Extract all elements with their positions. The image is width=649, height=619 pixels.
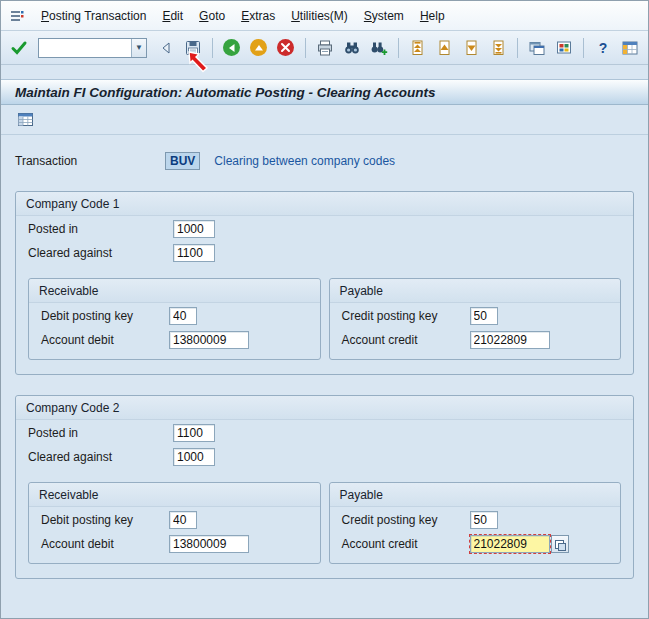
cleared-against-label: Cleared against: [28, 450, 173, 464]
posted-in-label: Posted in: [28, 426, 173, 440]
back-arrow-icon: [223, 39, 240, 56]
menu-goto[interactable]: Goto: [191, 6, 233, 26]
exit-button[interactable]: [247, 36, 271, 60]
value-help-icon: [555, 540, 564, 549]
transaction-code-field[interactable]: BUV: [165, 152, 200, 170]
previous-page-button[interactable]: [432, 36, 456, 60]
enter-button[interactable]: [7, 36, 31, 60]
cc1-posted-in-field[interactable]: [173, 220, 215, 238]
back-button[interactable]: [220, 36, 244, 60]
save-button[interactable]: [181, 36, 205, 60]
cc1-debit-posting-key-field[interactable]: [169, 307, 197, 325]
cc2-credit-posting-key-field[interactable]: [470, 511, 498, 529]
cc2-subboxes: Receivable Debit posting key Account deb…: [16, 482, 633, 564]
next-page-button[interactable]: [459, 36, 483, 60]
menu-edit[interactable]: Edit: [154, 6, 191, 26]
toolbar-separator: [305, 38, 306, 58]
menu-posting-transaction[interactable]: Posting Transaction: [33, 6, 154, 26]
cc1-credit-posting-key-field[interactable]: [470, 307, 498, 325]
transaction-description: Clearing between company codes: [214, 154, 395, 168]
application-toolbar: [1, 105, 648, 135]
create-shortcut-icon: [555, 39, 573, 57]
transaction-label: Transaction: [15, 154, 165, 168]
credit-posting-key-row: Credit posting key: [330, 509, 621, 531]
session-menu-icon[interactable]: [7, 7, 27, 25]
credit-posting-key-row: Credit posting key: [330, 305, 621, 327]
cc2-account-debit-field[interactable]: [169, 535, 249, 553]
account-debit-label: Account debit: [41, 333, 169, 347]
account-credit-label: Account credit: [342, 537, 470, 551]
save-wrap: [181, 36, 205, 60]
account-credit-row: Account credit: [330, 329, 621, 351]
cc2-posted-in-field[interactable]: [173, 424, 215, 442]
cc1-payable-title: Payable: [330, 279, 621, 303]
transaction-row: Transaction BUV Clearing between company…: [15, 151, 634, 171]
collapse-command-field-button[interactable]: [154, 36, 178, 60]
debit-posting-key-label: Debit posting key: [41, 513, 169, 527]
previous-page-icon: [435, 39, 453, 57]
last-page-button[interactable]: [486, 36, 510, 60]
cc2-account-credit-field[interactable]: [470, 535, 550, 553]
command-dropdown-button[interactable]: ▼: [131, 39, 146, 57]
command-input[interactable]: [39, 39, 131, 57]
cc1-subboxes: Receivable Debit posting key Account deb…: [16, 278, 633, 360]
find-button[interactable]: [340, 36, 364, 60]
company-code-2-groupbox: Company Code 2 Posted in Cleared against…: [15, 395, 634, 579]
posted-in-label: Posted in: [28, 222, 173, 236]
cc1-receivable-title: Receivable: [29, 279, 320, 303]
next-page-icon: [462, 39, 480, 57]
debit-posting-key-label: Debit posting key: [41, 309, 169, 323]
account-debit-row: Account debit: [29, 329, 320, 351]
debit-posting-key-row: Debit posting key: [29, 305, 320, 327]
standard-toolbar: ▼: [1, 31, 648, 65]
command-field: ▼: [38, 38, 147, 58]
cc1-payable-groupbox: Payable Credit posting key Account credi…: [329, 278, 622, 360]
collapse-triangle-icon: [160, 42, 172, 54]
company-code-1-groupbox: Company Code 1 Posted in Cleared against…: [15, 191, 634, 375]
toolbar-separator: [583, 38, 584, 58]
menu-utilities[interactable]: Utilities(M): [283, 6, 356, 26]
account-credit-field-group: [470, 535, 569, 553]
cleared-against-label: Cleared against: [28, 246, 173, 260]
posted-in-row: Posted in: [16, 218, 633, 240]
create-shortcut-button[interactable]: [552, 36, 576, 60]
cc1-receivable-groupbox: Receivable Debit posting key Account deb…: [28, 278, 321, 360]
table-view-button[interactable]: [13, 108, 37, 132]
cc2-receivable-groupbox: Receivable Debit posting key Account deb…: [28, 482, 321, 564]
binoculars-icon: [343, 39, 361, 57]
menu-system[interactable]: System: [356, 6, 412, 26]
find-next-button[interactable]: [367, 36, 391, 60]
credit-posting-key-label: Credit posting key: [342, 309, 470, 323]
binoculars-plus-icon: [370, 39, 388, 57]
account-debit-row: Account debit: [29, 533, 320, 555]
company-code-1-title: Company Code 1: [16, 192, 633, 216]
print-button[interactable]: [313, 36, 337, 60]
debit-posting-key-row: Debit posting key: [29, 509, 320, 531]
cc1-account-debit-field[interactable]: [169, 331, 249, 349]
screen-content: Transaction BUV Clearing between company…: [1, 135, 648, 579]
new-session-button[interactable]: [525, 36, 549, 60]
enter-check-icon: [10, 39, 28, 57]
cc1-cleared-against-field[interactable]: [173, 244, 215, 262]
customize-layout-button[interactable]: [618, 36, 642, 60]
new-session-icon: [528, 39, 546, 57]
screen-title: Maintain FI Configuration: Automatic Pos…: [15, 85, 436, 100]
help-question-icon: ?: [599, 40, 608, 56]
table-grid-icon: [17, 111, 34, 128]
posted-in-row: Posted in: [16, 422, 633, 444]
help-button[interactable]: ?: [591, 36, 615, 60]
value-help-button[interactable]: [551, 535, 569, 553]
cc2-cleared-against-field[interactable]: [173, 448, 215, 466]
printer-icon: [316, 39, 334, 57]
cc2-debit-posting-key-field[interactable]: [169, 511, 197, 529]
cancel-button[interactable]: [274, 36, 298, 60]
screen-title-bar: Maintain FI Configuration: Automatic Pos…: [1, 79, 648, 105]
first-page-button[interactable]: [406, 36, 430, 60]
menu-help[interactable]: Help: [412, 6, 453, 26]
menu-extras[interactable]: Extras: [233, 6, 283, 26]
cc2-payable-groupbox: Payable Credit posting key Account credi…: [329, 482, 622, 564]
account-credit-label: Account credit: [342, 333, 470, 347]
sap-gui-window: Posting Transaction Edit Goto Extras Uti…: [0, 0, 649, 619]
last-page-icon: [489, 39, 507, 57]
cc1-account-credit-field[interactable]: [470, 331, 550, 349]
